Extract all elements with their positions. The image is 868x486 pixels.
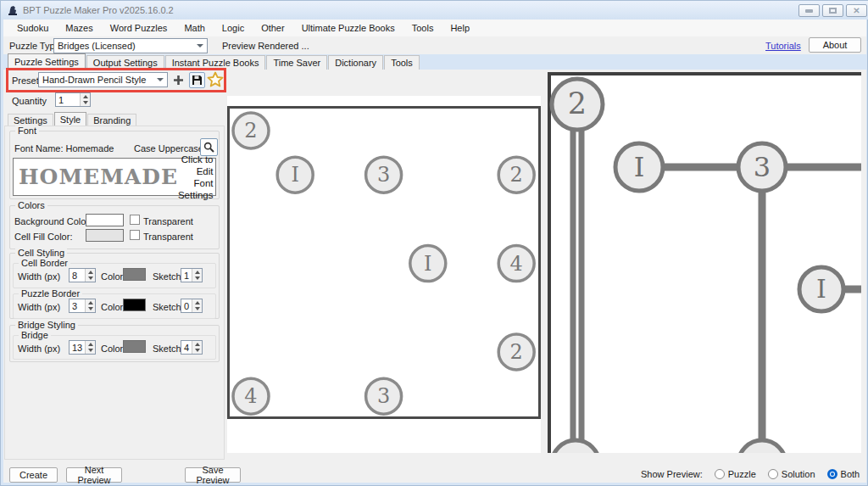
- node-number: I: [816, 274, 826, 304]
- solution-preview-panel[interactable]: 2I3I: [548, 72, 861, 453]
- cell-border-title: Cell Border: [19, 258, 70, 268]
- bridge-color-label: Color: [101, 344, 123, 354]
- cell-border-sketch-value: 1: [181, 269, 192, 282]
- tab-output-settings[interactable]: Output Settings: [86, 55, 164, 70]
- node-number: 2: [244, 119, 257, 142]
- menu-item-math[interactable]: Math: [175, 20, 213, 36]
- radio-label: Solution: [782, 469, 815, 479]
- stepper-arrows[interactable]: [192, 341, 202, 354]
- puzzle-type-value: Bridges (Licensed): [58, 41, 194, 51]
- cell-border-width-stepper[interactable]: 8: [69, 268, 96, 282]
- bridge-sketch-stepper[interactable]: 4: [181, 340, 203, 355]
- menu-item-other[interactable]: Other: [253, 20, 293, 36]
- favorite-star-icon[interactable]: [207, 71, 224, 88]
- arrow-down-icon: [195, 307, 200, 310]
- cell-fill-transparent-label: Transparent: [143, 232, 193, 242]
- about-button[interactable]: About: [809, 37, 861, 53]
- tab-puzzle-settings[interactable]: Puzzle Settings: [8, 53, 86, 70]
- stepper-arrows[interactable]: [192, 299, 202, 312]
- font-preview-box[interactable]: HOMEMADE Click to EditFont Settings: [13, 158, 216, 196]
- chevron-down-icon: [157, 78, 164, 81]
- bridge-width-value: 13: [70, 341, 85, 354]
- menu-item-logic[interactable]: Logic: [214, 20, 253, 36]
- arrow-up-icon: [88, 271, 93, 274]
- radio-label: Puzzle: [728, 469, 756, 479]
- puzzle-border-color-swatch[interactable]: [123, 299, 146, 311]
- style-tab-strip: SettingsStyleBranding: [8, 112, 137, 126]
- minimize-button[interactable]: [798, 4, 820, 17]
- cell-fill-transparent-checkbox[interactable]: [130, 230, 140, 240]
- floppy-disk-icon: [192, 75, 203, 86]
- tab-settings[interactable]: Settings: [8, 114, 53, 126]
- cell-styling-title: Cell Styling: [15, 248, 67, 258]
- quantity-stepper[interactable]: 1: [55, 92, 91, 107]
- menu-item-sudoku[interactable]: Sudoku: [8, 20, 57, 36]
- radio-option-solution[interactable]: Solution: [768, 469, 815, 479]
- bridge-title: Bridge: [19, 330, 51, 340]
- radio-option-puzzle[interactable]: Puzzle: [715, 469, 756, 479]
- tab-time-saver[interactable]: Time Saver: [266, 55, 327, 70]
- radio-option-both[interactable]: Both: [827, 469, 860, 479]
- background-transparent-checkbox[interactable]: [130, 215, 140, 225]
- maximize-button[interactable]: [822, 4, 843, 17]
- menu-item-word-puzzles[interactable]: Word Puzzles: [102, 20, 176, 36]
- close-button[interactable]: ✕: [846, 4, 867, 17]
- tab-dictionary[interactable]: Dictionary: [328, 55, 383, 70]
- puzzle-node: [738, 440, 786, 453]
- node-number: I: [291, 163, 298, 187]
- stepper-arrows[interactable]: [80, 93, 90, 106]
- tab-instant-puzzle-books[interactable]: Instant Puzzle Books: [165, 55, 266, 70]
- node-number: I: [634, 151, 645, 183]
- arrow-down-icon: [195, 349, 200, 352]
- tutorials-link[interactable]: Tutorials: [765, 41, 801, 51]
- close-icon: ✕: [853, 7, 860, 15]
- puzzle-preview-canvas: 2I32I4243: [227, 96, 541, 453]
- menu-item-tools[interactable]: Tools: [403, 20, 442, 36]
- cell-border-width-value: 8: [70, 269, 85, 282]
- status-text: Preview Rendered ...: [222, 41, 309, 51]
- stepper-arrows[interactable]: [85, 299, 95, 312]
- menu-item-ultimate-puzzle-books[interactable]: Ultimate Puzzle Books: [293, 20, 403, 36]
- preset-combobox[interactable]: Hand-Drawn Pencil Style: [38, 72, 168, 87]
- background-color-swatch[interactable]: [86, 214, 124, 226]
- show-preview-group: Show Preview: PuzzleSolutionBoth: [641, 466, 860, 482]
- bridge-width-stepper[interactable]: 13: [69, 340, 96, 355]
- cell-border-sketch-stepper[interactable]: 1: [181, 268, 203, 282]
- create-button[interactable]: Create: [9, 467, 58, 483]
- cell-border-color-swatch[interactable]: [123, 268, 146, 281]
- arrow-up-icon: [195, 301, 200, 304]
- cell-border-color-label: Color: [101, 271, 123, 282]
- next-preview-button[interactable]: Next Preview: [66, 467, 122, 483]
- puzzle-type-combobox[interactable]: Bridges (Licensed): [53, 38, 208, 53]
- puzzle-border-sketch-stepper[interactable]: 0: [181, 299, 203, 313]
- arrow-down-icon: [88, 307, 93, 310]
- save-preset-button[interactable]: [189, 72, 205, 88]
- cell-fill-color-label: Cell Fill Color:: [14, 232, 72, 242]
- node-number: 3: [754, 151, 771, 183]
- cell-border-width-label: Width (px): [18, 271, 60, 282]
- stepper-arrows[interactable]: [85, 341, 95, 354]
- tab-style[interactable]: Style: [54, 112, 86, 126]
- tab-tools[interactable]: Tools: [384, 55, 420, 70]
- puzzle-border-sketch-value: 0: [181, 299, 192, 312]
- solution-preview-canvas: 2I3I: [548, 72, 861, 453]
- background-transparent-label: Transparent: [143, 216, 193, 226]
- show-preview-label: Show Preview:: [641, 469, 703, 479]
- node-number: I: [424, 252, 431, 276]
- puzzle-preview-panel[interactable]: 2I32I4243: [227, 96, 541, 453]
- cell-fill-color-swatch[interactable]: [86, 229, 124, 242]
- menu-item-help[interactable]: Help: [442, 20, 478, 36]
- tab-branding[interactable]: Branding: [87, 114, 136, 126]
- menu-item-mazes[interactable]: Mazes: [57, 20, 101, 36]
- puzzle-border-color-label: Color: [101, 302, 123, 312]
- preset-value: Hand-Drawn Pencil Style: [42, 75, 154, 85]
- stepper-arrows[interactable]: [85, 269, 95, 282]
- bridge-color-swatch[interactable]: [123, 340, 146, 353]
- add-preset-button[interactable]: [173, 75, 184, 86]
- font-preview-word: HOMEMADE: [14, 165, 178, 189]
- background-color-label: Background Color:: [14, 216, 92, 226]
- save-preview-button[interactable]: Save Preview: [185, 467, 241, 483]
- puzzle-border-width-stepper[interactable]: 3: [69, 299, 96, 313]
- font-group-title: Font: [15, 126, 39, 136]
- stepper-arrows[interactable]: [192, 269, 202, 282]
